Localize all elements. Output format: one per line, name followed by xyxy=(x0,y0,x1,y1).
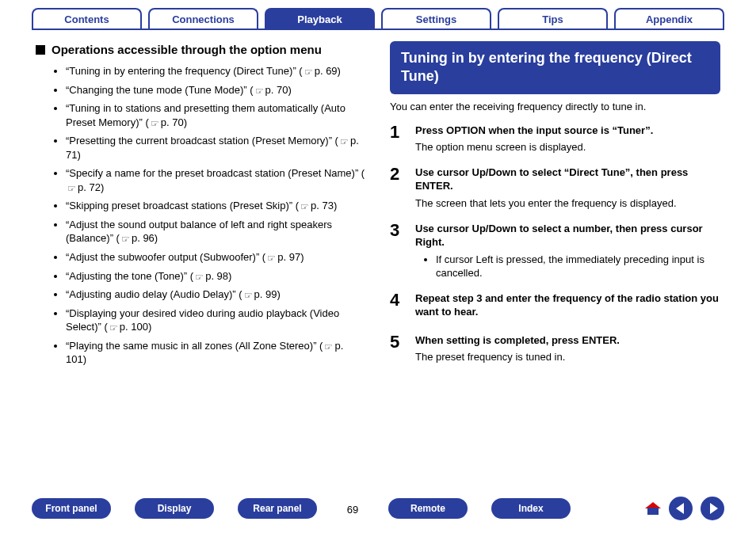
home-button[interactable] xyxy=(645,502,661,516)
nav-label: Index xyxy=(518,503,543,514)
step-heading: When setting is completed, press ENTER. xyxy=(415,333,720,348)
step-body: When setting is completed, press ENTER. … xyxy=(415,333,720,364)
page-content: Operations accessible through the option… xyxy=(0,30,756,375)
pointer-icon: ☞ xyxy=(267,252,276,265)
arrow-right-icon xyxy=(710,503,718,514)
step-row: 3 Use cursor Up/Down to select a number,… xyxy=(390,222,720,280)
step-description: The screen that lets you enter the frequ… xyxy=(415,196,720,211)
section-lead: You can enter the receiving frequency di… xyxy=(390,101,720,112)
pointer-icon: ☞ xyxy=(195,271,204,284)
list-item-page: p. 98 xyxy=(205,270,228,282)
step-number: 2 xyxy=(390,166,404,211)
nav-display[interactable]: Display xyxy=(135,498,214,519)
list-item[interactable]: “Displaying your desired video during au… xyxy=(66,306,366,334)
arrow-left-icon xyxy=(676,503,684,514)
list-item-text: “Specify a name for the preset broadcast… xyxy=(66,167,358,179)
list-item-text: “Adjust the subwoofer output (Subwoofer)… xyxy=(66,251,259,263)
step-body: Press OPTION when the input source is “T… xyxy=(415,124,720,154)
tab-contents[interactable]: Contents xyxy=(32,8,142,29)
list-item[interactable]: “Tuning in to stations and presetting th… xyxy=(66,101,366,129)
pointer-icon: ☞ xyxy=(244,289,253,302)
step-sub-item: If cursor Left is pressed, the immediate… xyxy=(436,253,720,280)
list-item-text: “Skipping preset broadcast stations (Pre… xyxy=(66,200,292,211)
step-body: Use cursor Up/Down to select “Direct Tun… xyxy=(415,166,720,211)
page-number: 69 xyxy=(341,501,365,516)
list-item[interactable]: “Skipping preset broadcast stations (Pre… xyxy=(66,199,366,213)
step-sub-list: If cursor Left is pressed, the immediate… xyxy=(428,253,720,280)
left-column: Operations accessible through the option… xyxy=(36,38,366,375)
nav-icons xyxy=(645,497,724,520)
list-item-text: “Playing the same music in all zones (Al… xyxy=(66,340,316,352)
step-number: 5 xyxy=(390,333,404,364)
right-column: Tuning in by entering the frequency (Dir… xyxy=(390,38,720,375)
list-item-text: “Presetting the current broadcast statio… xyxy=(66,135,332,147)
nav-rear-panel[interactable]: Rear panel xyxy=(238,498,317,519)
prev-page-button[interactable] xyxy=(669,497,693,520)
step-body: Use cursor Up/Down to select a number, t… xyxy=(415,222,720,280)
pointer-icon: ☞ xyxy=(304,66,313,78)
nav-label: Remote xyxy=(410,503,445,514)
list-item[interactable]: “Adjust the subwoofer output (Subwoofer)… xyxy=(66,250,366,265)
pointer-icon: ☞ xyxy=(340,135,349,148)
list-item-page: p. 72 xyxy=(78,181,101,193)
step-row: 1 Press OPTION when the input source is … xyxy=(390,124,720,154)
step-number: 1 xyxy=(390,124,404,154)
list-item[interactable]: “Adjusting the tone (Tone)” (☞p. 98) xyxy=(66,269,366,284)
nav-label: Display xyxy=(158,503,192,514)
list-item-text: “Adjusting the tone (Tone)” xyxy=(66,270,187,282)
tab-label: Settings xyxy=(416,13,456,25)
list-item[interactable]: “Adjusting audio delay (Audio Delay)” (☞… xyxy=(66,287,366,302)
list-item-page: p. 73 xyxy=(311,200,334,211)
nav-label: Rear panel xyxy=(253,503,301,514)
tab-label: Tips xyxy=(542,13,563,25)
nav-front-panel[interactable]: Front panel xyxy=(32,498,111,519)
list-item[interactable]: “Adjust the sound output balance of left… xyxy=(66,218,366,246)
list-item-text: “Tuning in to stations and presetting th… xyxy=(66,102,346,128)
pointer-icon: ☞ xyxy=(109,322,118,334)
list-item[interactable]: “Specify a name for the preset broadcast… xyxy=(66,166,366,194)
next-page-button[interactable] xyxy=(701,497,724,520)
list-item-page: p. 100 xyxy=(120,321,148,333)
step-number: 4 xyxy=(390,291,404,322)
square-bullet-icon xyxy=(36,45,45,55)
pointer-icon: ☞ xyxy=(300,200,309,213)
step-heading: Press OPTION when the input source is “T… xyxy=(415,124,720,138)
section-heading: Operations accessible through the option… xyxy=(36,43,366,56)
step-body: Repeat step 3 and enter the frequency of… xyxy=(415,291,720,322)
step-description: The option menu screen is displayed. xyxy=(415,140,720,154)
tab-label: Playback xyxy=(297,13,342,25)
list-item-text: “Adjusting audio delay (Audio Delay)” xyxy=(66,288,236,300)
list-item[interactable]: “Playing the same music in all zones (Al… xyxy=(66,339,366,367)
tab-label: Appendix xyxy=(646,13,693,25)
option-menu-list: “Tuning in by entering the frequency (Di… xyxy=(56,64,366,367)
list-item-page: p. 97 xyxy=(277,251,300,263)
pointer-icon: ☞ xyxy=(121,233,130,246)
step-number: 3 xyxy=(390,222,404,280)
bottom-nav: Front panel Display Rear panel 69 Remote… xyxy=(0,497,756,520)
pointer-icon: ☞ xyxy=(67,182,76,195)
list-item[interactable]: “Presetting the current broadcast statio… xyxy=(66,134,366,162)
list-item-page: p. 70 xyxy=(265,84,288,96)
tab-label: Connections xyxy=(172,13,235,25)
tab-settings[interactable]: Settings xyxy=(381,8,491,29)
nav-index[interactable]: Index xyxy=(491,498,571,519)
tab-connections[interactable]: Connections xyxy=(148,8,258,29)
tab-tips[interactable]: Tips xyxy=(498,8,608,29)
list-item-page: p. 70 xyxy=(161,116,184,128)
list-item-page: p. 96 xyxy=(132,232,155,244)
list-item-page: p. 99 xyxy=(254,288,277,300)
tab-appendix[interactable]: Appendix xyxy=(614,8,724,29)
tab-label: Contents xyxy=(64,13,109,25)
step-heading: Repeat step 3 and enter the frequency of… xyxy=(415,291,720,319)
pointer-icon: ☞ xyxy=(255,85,264,97)
step-row: 5 When setting is completed, press ENTER… xyxy=(390,333,720,364)
home-icon-base xyxy=(647,508,659,515)
list-item-text: “Changing the tune mode (Tune Mode)” xyxy=(66,84,247,96)
list-item[interactable]: “Tuning in by entering the frequency (Di… xyxy=(66,64,366,78)
list-item[interactable]: “Changing the tune mode (Tune Mode)” (☞p… xyxy=(66,83,366,97)
step-row: 4 Repeat step 3 and enter the frequency … xyxy=(390,291,720,322)
list-item-text: “Displaying your desired video during au… xyxy=(66,307,339,333)
tab-playback[interactable]: Playback xyxy=(265,8,375,29)
nav-remote[interactable]: Remote xyxy=(388,498,468,519)
list-item-text: “Adjust the sound output balance of left… xyxy=(66,219,332,245)
